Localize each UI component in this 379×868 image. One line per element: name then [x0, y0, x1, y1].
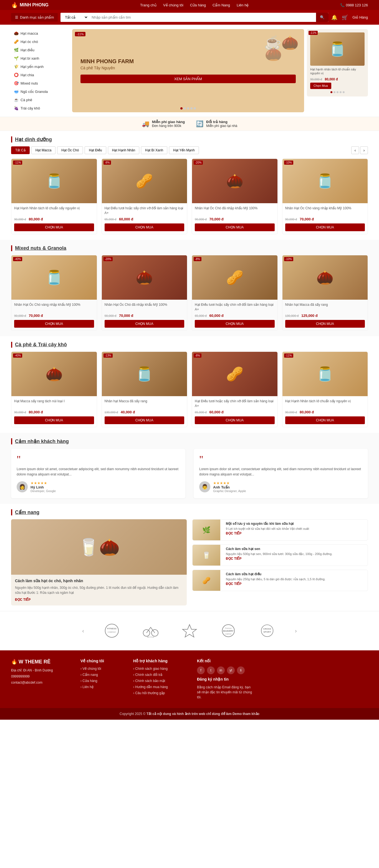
mixed-buy-btn-2[interactable]: CHỌN MUA [105, 320, 184, 328]
svg-text:CROSS: CROSS [263, 628, 271, 630]
product-buy-btn-3[interactable]: CHỌN MUA [195, 223, 275, 231]
blog-main-readmore[interactable]: ĐỌC TIẾP [15, 598, 31, 601]
logo-icon: 🔥 [11, 2, 18, 8]
product-card-4: -10% 🫙 Nhân Hạt Óc Chó vàng nhập khẩu Mỹ… [282, 159, 368, 234]
facebook-icon[interactable]: f [197, 666, 205, 674]
mixed-badge-4: -10% [284, 257, 293, 261]
mixed-buy-btn-4[interactable]: CHỌN MUA [285, 320, 365, 328]
logo-text: MINH PHONG [20, 2, 49, 7]
product-buy-btn-2[interactable]: CHỌN MUA [105, 223, 184, 231]
search-button[interactable]: 🔍 [316, 13, 328, 22]
svg-text:SPORT: SPORT [263, 631, 271, 633]
sidebar-item-occho[interactable]: 🥜 Hạt óc chó [11, 37, 66, 46]
sidebar-item-traicay[interactable]: 🍇 Trái cây khô [11, 104, 66, 112]
caphe-buy-btn-3[interactable]: CHỌN MUA [195, 416, 275, 424]
footer-link-lienhe[interactable]: Liên hệ [81, 685, 93, 689]
nav-home[interactable]: Trang chủ [140, 3, 156, 7]
promo-price-old: 90,000 đ [310, 78, 322, 81]
footer-link-faq[interactable]: Câu hỏi thường gặp [133, 691, 165, 695]
promo-buy-button[interactable]: Chọn Mua [310, 83, 331, 89]
search-input[interactable] [88, 13, 316, 22]
footer-link-shipping[interactable]: Chính sách giao hàng [133, 667, 168, 671]
tab-bixanh[interactable]: Hạt Bí Xanh [141, 146, 167, 154]
tab-tatca[interactable]: Tất Cả [11, 146, 30, 154]
footer-link-guide[interactable]: Hướng dẫn mua hàng [133, 685, 168, 689]
blog-side-readmore-1[interactable]: ĐỌC TIẾP [226, 531, 241, 535]
caphe-buy-btn-4[interactable]: CHỌN MUA [285, 416, 365, 424]
dot-5 [194, 107, 196, 110]
nav-contact[interactable]: Liên hệ [237, 3, 249, 7]
sidebar-item-dieu[interactable]: 🌿 Hạt điều [11, 46, 66, 54]
bell-icon[interactable]: 🔔 [331, 14, 338, 21]
stars-1: ★★★★★ [31, 481, 56, 485]
mixed-buy-btn-3[interactable]: CHỌN MUA [195, 320, 275, 328]
hero-subtitle: Cà phê Tây Nguyên [81, 66, 296, 70]
tab-hanhnhan[interactable]: Hạt Hạnh Nhân [108, 146, 139, 154]
footer-link-about[interactable]: Về chúng tôi [81, 667, 101, 671]
award-logo-svg [180, 623, 199, 639]
sidebar-item-macca[interactable]: 🌰 Hạt macca [11, 29, 66, 37]
caphe-buy-btn-2[interactable]: CHỌN MUA [105, 416, 184, 424]
footer-link-privacy[interactable]: Chính sách bảo mật [133, 679, 165, 683]
footer-about-links: Về chúng tôi Cẩm nang Cửa hàng Liên hệ [81, 666, 125, 689]
hero-cta-button[interactable]: XEM SẢN PHẨM [81, 74, 296, 83]
fitness-logo-svg: FITNESS COMPANY [102, 623, 121, 639]
sidebar-item-caphe[interactable]: ☕ Cà phê [11, 96, 66, 104]
menu-button[interactable]: ☰ Danh mục sản phẩm [11, 13, 58, 22]
testimonial-text-2: Lorem ipsum dolor sit amet, consectetuer… [199, 467, 362, 477]
nav-blog[interactable]: Cẩm Nang [212, 3, 230, 7]
product-price-old-2: 65,000 đ [105, 218, 117, 221]
product-price-new-2: 60,000 đ [119, 217, 133, 221]
footer-link-camnang[interactable]: Cẩm nang [81, 673, 98, 677]
blog-side-desc-3: Nguyên liệu 250g hạt điều, 5 lá dán gió … [226, 577, 366, 581]
tab-yenmanh[interactable]: Hạt Yến Mạnh [169, 146, 199, 154]
sidebar: 🌰 Hạt macca 🥜 Hạt óc chó 🌿 Hạt điều 🌱 Hạ… [11, 29, 66, 112]
twitter-icon[interactable]: t [207, 666, 215, 674]
nav-shop[interactable]: Cửa hàng [190, 3, 206, 7]
caphe-name-3: Hạt Điều tươi hoặc sấy chín vỡ đổi làm s… [195, 399, 275, 408]
dieu-icon: 🌿 [14, 48, 18, 52]
brands-prev-arrow[interactable]: ‹ [82, 628, 84, 634]
category-select[interactable]: Tất cả [60, 13, 88, 22]
blog-side-readmore-3[interactable]: ĐỌC TIẾP [226, 582, 241, 586]
sidebar-item-granola[interactable]: 🥣 Ngũ cốc Granola [11, 87, 66, 96]
footer-link-return[interactable]: Chính sách đổi trả [133, 673, 162, 677]
blog-side-item-1: 🌿 Một số lưu ý và nguyên tắc khi làm sữa… [192, 519, 368, 540]
product-buy-btn-4[interactable]: CHỌN MUA [285, 223, 365, 231]
author-name-1: Hý Linh [31, 485, 56, 489]
caphe-buy-btn-1[interactable]: CHỌN MUA [14, 416, 94, 424]
product-buy-btn-1[interactable]: CHỌN MUA [14, 223, 94, 231]
cart-icon[interactable]: 🛒 [342, 14, 348, 21]
sidebar-item-mixed[interactable]: 🎯 Mixed nuts [11, 79, 66, 87]
tab-prev-button[interactable]: ‹ [351, 146, 359, 154]
author-role-2: Graphic Designer, Apple [213, 489, 246, 493]
nav-about[interactable]: Về chúng tôi [163, 3, 183, 7]
footer-connect-title: Kết nối [197, 659, 253, 663]
brand-fitness: FITNESS COMPANY [101, 622, 123, 639]
brands-next-arrow[interactable]: › [295, 628, 297, 634]
tab-next-button[interactable]: › [360, 146, 368, 154]
mixed-badge-2: -20% [104, 257, 113, 261]
mixed-product-card-4: -10% 🌰 Nhân hạt Macca đã sấy rang 130,00… [282, 255, 368, 331]
blog-side-readmore-2[interactable]: ĐỌC TIẾP [226, 557, 241, 561]
youtube-icon[interactable]: yt [227, 666, 235, 674]
instagram-icon[interactable]: in [217, 666, 225, 674]
dot-2 [184, 107, 186, 110]
product-card-2: -8% 🥜 Hạt Điều tươi hoặc sấy chín vỡ đổi… [101, 159, 187, 234]
product-name-2: Hạt Điều tươi hoặc sấy chín vỡ đổi làm s… [105, 206, 184, 215]
sidebar-item-chia[interactable]: ⭕ Hạt chia [11, 71, 66, 79]
hamburger-icon: ☰ [15, 15, 18, 20]
tab-dieu[interactable]: Hạt Điều [85, 146, 106, 154]
social-icons: f t in yt li [197, 666, 253, 674]
sidebar-item-bi[interactable]: 🌱 Hạt bí xanh [11, 54, 66, 62]
tab-occho[interactable]: Hạt Óc Chó [57, 146, 83, 154]
footer-link-cuahang[interactable]: Cửa hàng [81, 679, 97, 683]
brand-bakery: Premium BAKERY COMPANY [217, 622, 239, 639]
phone-number: 0988 123 126 [346, 3, 368, 7]
tab-macca[interactable]: Hạt Macca [31, 146, 56, 154]
cart-label: Giỏ Hàng [352, 15, 368, 20]
sidebar-item-yenmanh[interactable]: 🌾 Hạt yến mạnh [11, 62, 66, 71]
linkedin-icon[interactable]: li [237, 666, 245, 674]
mixed-buy-btn-1[interactable]: CHỌN MUA [14, 320, 94, 328]
logo[interactable]: 🔥 MINH PHONG [11, 2, 49, 8]
